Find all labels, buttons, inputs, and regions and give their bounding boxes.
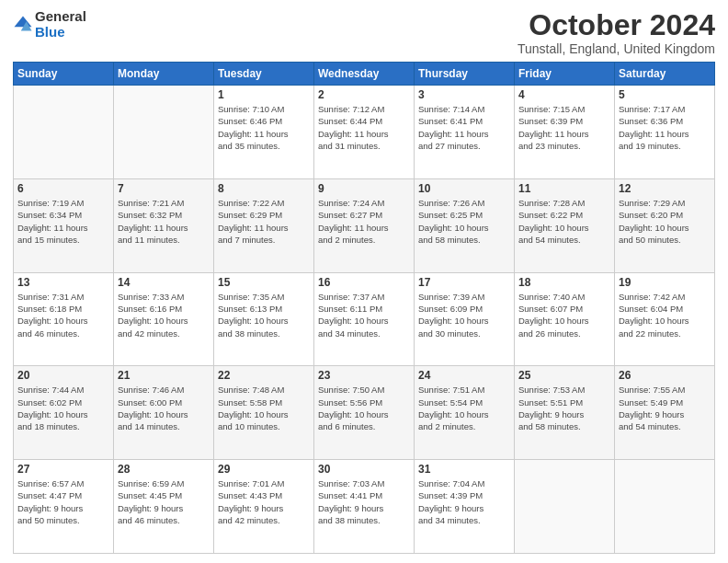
- day-info: Sunrise: 7:21 AM Sunset: 6:32 PM Dayligh…: [118, 197, 210, 246]
- day-number: 6: [17, 182, 109, 195]
- logo-icon: [13, 15, 33, 35]
- col-wednesday: Wednesday: [314, 63, 415, 86]
- day-info: Sunrise: 7:17 AM Sunset: 6:36 PM Dayligh…: [619, 103, 711, 152]
- day-info: Sunrise: 7:40 AM Sunset: 6:07 PM Dayligh…: [518, 291, 610, 339]
- day-number: 8: [218, 182, 310, 195]
- table-row: 11Sunrise: 7:28 AM Sunset: 6:22 PM Dayli…: [515, 178, 615, 272]
- day-info: Sunrise: 7:44 AM Sunset: 6:02 PM Dayligh…: [17, 384, 109, 432]
- calendar-header-row: Sunday Monday Tuesday Wednesday Thursday…: [14, 63, 715, 86]
- calendar-row: 20Sunrise: 7:44 AM Sunset: 6:02 PM Dayli…: [14, 366, 715, 460]
- svg-marker-0: [14, 16, 31, 27]
- day-info: Sunrise: 7:12 AM Sunset: 6:44 PM Dayligh…: [318, 103, 410, 152]
- calendar-row: 1Sunrise: 7:10 AM Sunset: 6:46 PM Daylig…: [14, 86, 715, 179]
- table-row: 16Sunrise: 7:37 AM Sunset: 6:11 PM Dayli…: [314, 272, 415, 366]
- day-info: Sunrise: 7:01 AM Sunset: 4:43 PM Dayligh…: [218, 477, 310, 526]
- table-row: 25Sunrise: 7:53 AM Sunset: 5:51 PM Dayli…: [515, 366, 615, 460]
- table-row: 2Sunrise: 7:12 AM Sunset: 6:44 PM Daylig…: [314, 86, 415, 179]
- table-row: 9Sunrise: 7:24 AM Sunset: 6:27 PM Daylig…: [314, 178, 415, 272]
- table-row: 13Sunrise: 7:31 AM Sunset: 6:18 PM Dayli…: [14, 272, 114, 366]
- day-info: Sunrise: 7:04 AM Sunset: 4:39 PM Dayligh…: [418, 477, 510, 526]
- col-sunday: Sunday: [14, 63, 114, 86]
- day-info: Sunrise: 7:42 AM Sunset: 6:04 PM Dayligh…: [619, 291, 711, 339]
- col-friday: Friday: [515, 63, 615, 86]
- day-number: 24: [418, 369, 510, 382]
- table-row: [515, 460, 615, 554]
- day-number: 14: [118, 276, 210, 289]
- day-number: 10: [418, 182, 510, 195]
- table-row: 21Sunrise: 7:46 AM Sunset: 6:00 PM Dayli…: [114, 366, 214, 460]
- day-number: 28: [118, 463, 210, 476]
- day-info: Sunrise: 7:24 AM Sunset: 6:27 PM Dayligh…: [318, 197, 410, 246]
- day-number: 27: [17, 463, 109, 476]
- day-info: Sunrise: 7:33 AM Sunset: 6:16 PM Dayligh…: [118, 291, 210, 339]
- table-row: 29Sunrise: 7:01 AM Sunset: 4:43 PM Dayli…: [214, 460, 314, 554]
- table-row: 18Sunrise: 7:40 AM Sunset: 6:07 PM Dayli…: [515, 272, 615, 366]
- day-info: Sunrise: 7:53 AM Sunset: 5:51 PM Dayligh…: [518, 384, 610, 432]
- day-info: Sunrise: 7:29 AM Sunset: 6:20 PM Dayligh…: [619, 197, 711, 246]
- calendar-table: Sunday Monday Tuesday Wednesday Thursday…: [13, 62, 715, 554]
- logo: General Blue: [13, 9, 86, 40]
- table-row: 23Sunrise: 7:50 AM Sunset: 5:56 PM Dayli…: [314, 366, 415, 460]
- table-row: 30Sunrise: 7:03 AM Sunset: 4:41 PM Dayli…: [314, 460, 415, 554]
- day-info: Sunrise: 6:59 AM Sunset: 4:45 PM Dayligh…: [118, 477, 210, 526]
- day-info: Sunrise: 6:57 AM Sunset: 4:47 PM Dayligh…: [17, 477, 109, 526]
- day-info: Sunrise: 7:15 AM Sunset: 6:39 PM Dayligh…: [518, 103, 610, 152]
- day-info: Sunrise: 7:48 AM Sunset: 5:58 PM Dayligh…: [218, 384, 310, 432]
- day-info: Sunrise: 7:37 AM Sunset: 6:11 PM Dayligh…: [318, 291, 410, 339]
- day-number: 23: [318, 369, 410, 382]
- day-number: 18: [518, 276, 610, 289]
- day-info: Sunrise: 7:28 AM Sunset: 6:22 PM Dayligh…: [518, 197, 610, 246]
- day-number: 2: [318, 88, 410, 101]
- title-block: October 2024 Tunstall, England, United K…: [518, 9, 715, 56]
- day-number: 11: [518, 182, 610, 195]
- logo-blue: Blue: [35, 25, 86, 40]
- table-row: 10Sunrise: 7:26 AM Sunset: 6:25 PM Dayli…: [415, 178, 515, 272]
- day-info: Sunrise: 7:46 AM Sunset: 6:00 PM Dayligh…: [118, 384, 210, 432]
- col-thursday: Thursday: [415, 63, 515, 86]
- month-title: October 2024: [518, 9, 715, 41]
- day-info: Sunrise: 7:31 AM Sunset: 6:18 PM Dayligh…: [17, 291, 109, 339]
- day-info: Sunrise: 7:22 AM Sunset: 6:29 PM Dayligh…: [218, 197, 310, 246]
- table-row: 6Sunrise: 7:19 AM Sunset: 6:34 PM Daylig…: [14, 178, 114, 272]
- day-number: 13: [17, 276, 109, 289]
- day-number: 16: [318, 276, 410, 289]
- day-info: Sunrise: 7:51 AM Sunset: 5:54 PM Dayligh…: [418, 384, 510, 432]
- day-number: 29: [218, 463, 310, 476]
- table-row: 7Sunrise: 7:21 AM Sunset: 6:32 PM Daylig…: [114, 178, 214, 272]
- col-monday: Monday: [114, 63, 214, 86]
- logo-general: General: [35, 9, 86, 25]
- day-info: Sunrise: 7:14 AM Sunset: 6:41 PM Dayligh…: [418, 103, 510, 152]
- table-row: 22Sunrise: 7:48 AM Sunset: 5:58 PM Dayli…: [214, 366, 314, 460]
- day-number: 22: [218, 369, 310, 382]
- calendar-row: 6Sunrise: 7:19 AM Sunset: 6:34 PM Daylig…: [14, 178, 715, 272]
- day-number: 9: [318, 182, 410, 195]
- day-number: 17: [418, 276, 510, 289]
- table-row: 15Sunrise: 7:35 AM Sunset: 6:13 PM Dayli…: [214, 272, 314, 366]
- table-row: 4Sunrise: 7:15 AM Sunset: 6:39 PM Daylig…: [515, 86, 615, 179]
- day-info: Sunrise: 7:26 AM Sunset: 6:25 PM Dayligh…: [418, 197, 510, 246]
- page: General Blue October 2024 Tunstall, Engl…: [0, 0, 728, 563]
- day-number: 31: [418, 463, 510, 476]
- col-saturday: Saturday: [615, 63, 715, 86]
- table-row: 28Sunrise: 6:59 AM Sunset: 4:45 PM Dayli…: [114, 460, 214, 554]
- day-number: 1: [218, 88, 310, 101]
- day-info: Sunrise: 7:03 AM Sunset: 4:41 PM Dayligh…: [318, 477, 410, 526]
- day-number: 30: [318, 463, 410, 476]
- day-number: 5: [619, 88, 711, 101]
- table-row: 17Sunrise: 7:39 AM Sunset: 6:09 PM Dayli…: [415, 272, 515, 366]
- day-number: 20: [17, 369, 109, 382]
- table-row: 12Sunrise: 7:29 AM Sunset: 6:20 PM Dayli…: [615, 178, 715, 272]
- day-number: 3: [418, 88, 510, 101]
- table-row: 27Sunrise: 6:57 AM Sunset: 4:47 PM Dayli…: [14, 460, 114, 554]
- table-row: 26Sunrise: 7:55 AM Sunset: 5:49 PM Dayli…: [615, 366, 715, 460]
- day-number: 4: [518, 88, 610, 101]
- day-number: 21: [118, 369, 210, 382]
- day-number: 25: [518, 369, 610, 382]
- day-info: Sunrise: 7:50 AM Sunset: 5:56 PM Dayligh…: [318, 384, 410, 432]
- day-number: 19: [619, 276, 711, 289]
- day-number: 15: [218, 276, 310, 289]
- header: General Blue October 2024 Tunstall, Engl…: [13, 9, 715, 56]
- table-row: 8Sunrise: 7:22 AM Sunset: 6:29 PM Daylig…: [214, 178, 314, 272]
- table-row: [14, 86, 114, 179]
- table-row: 5Sunrise: 7:17 AM Sunset: 6:36 PM Daylig…: [615, 86, 715, 179]
